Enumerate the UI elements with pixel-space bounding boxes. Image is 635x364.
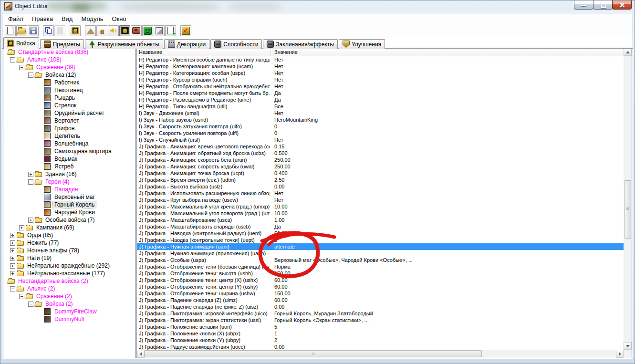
tree-item[interactable]: Нейтрально-враждебные (292) bbox=[3, 262, 135, 270]
property-row[interactable]: J) Графика - Круг выбора на воде (usew)Н… bbox=[137, 197, 624, 203]
tree-item[interactable]: Нежить (77) bbox=[3, 239, 135, 247]
tree-item[interactable]: Грифон bbox=[3, 125, 135, 132]
object-editor-button[interactable] bbox=[119, 25, 130, 36]
tree-item[interactable]: Альянс (2) bbox=[3, 285, 135, 292]
trigger-editor-button[interactable]: a bbox=[96, 25, 107, 36]
property-row[interactable]: J) Графика - Высота выбора (uslz)0.00 bbox=[137, 183, 624, 190]
property-row[interactable]: J) Графика - Особые (uspa)Верховный маг … bbox=[137, 257, 624, 263]
tab-buffs[interactable]: Заклинания/эффекты bbox=[263, 39, 338, 49]
tree-item[interactable]: Пехотинец bbox=[3, 86, 135, 94]
property-row[interactable]: H) Редактор - Категоризация: особая (usp… bbox=[137, 70, 624, 76]
tree-item[interactable]: Целитель bbox=[3, 132, 135, 140]
tree-item[interactable]: Самоходная мортира bbox=[3, 147, 135, 155]
property-row[interactable]: J) Графика - Отображение тени: ширина (u… bbox=[137, 290, 624, 297]
collapse-icon[interactable] bbox=[10, 57, 15, 62]
property-row[interactable]: J) Графика - Анимация: точка броска (ucp… bbox=[137, 170, 624, 177]
property-row[interactable]: H) Редактор - Отображать как нейтрально-… bbox=[137, 83, 624, 90]
property-row[interactable]: J) Графика - Положение кнопки (Y) (ubpy)… bbox=[137, 337, 624, 343]
tab-destructibles[interactable]: Разрушаемые объекты bbox=[85, 39, 163, 49]
open-map-button[interactable] bbox=[16, 25, 27, 36]
expand-icon[interactable] bbox=[28, 172, 33, 177]
collapse-icon[interactable] bbox=[19, 294, 24, 299]
collapse-icon[interactable] bbox=[28, 302, 33, 307]
object-manager-button[interactable] bbox=[154, 25, 165, 36]
expand-icon[interactable] bbox=[10, 263, 15, 269]
expand-icon[interactable] bbox=[10, 256, 15, 261]
new-map-button[interactable] bbox=[5, 25, 16, 36]
property-row[interactable]: J) Графика - Нужная анимация (приложения… bbox=[137, 250, 624, 257]
menu-item-module[interactable]: Модуль bbox=[77, 14, 107, 24]
property-row[interactable]: J) Графика - Наводка (контрольный радиус… bbox=[137, 230, 624, 237]
tree-item[interactable]: DummyFireClaw bbox=[3, 308, 135, 315]
property-row[interactable]: J) Графика - Анимация: скорость ходьбы (… bbox=[137, 163, 624, 170]
property-row[interactable]: J) Графика - Максимальный угол поворота … bbox=[137, 210, 624, 217]
tree-item[interactable]: Стандартные войска (836) bbox=[3, 48, 135, 56]
collapse-icon[interactable] bbox=[28, 73, 33, 78]
menu-item-edit[interactable]: Правка bbox=[28, 14, 57, 24]
column-header-value[interactable]: Значение bbox=[271, 48, 632, 56]
tab-abilities[interactable]: Способности bbox=[210, 39, 262, 49]
property-row[interactable]: I) Звук - Движение (umsl)Нет bbox=[137, 110, 624, 116]
property-row[interactable]: J) Графика - Радиус взаимодействия (uocc… bbox=[137, 343, 624, 350]
test-map-button[interactable]: ✓ bbox=[180, 25, 191, 36]
property-row[interactable]: J) Графика - Нужная анимация (uani)alter… bbox=[137, 243, 624, 250]
horizontal-scrollbar[interactable] bbox=[137, 350, 624, 358]
property-row[interactable]: I) Звук - Набор звуков (usnd)HeroMountai… bbox=[137, 116, 624, 123]
tree-item[interactable]: Верховный маг bbox=[3, 193, 135, 201]
expand-icon[interactable] bbox=[10, 248, 15, 253]
tree-item[interactable]: Орда (85) bbox=[3, 231, 135, 239]
menu-item-window[interactable]: Окно bbox=[108, 14, 131, 24]
tree-item[interactable]: Рыцарь bbox=[3, 94, 135, 102]
tree-item[interactable]: Войска (2) bbox=[3, 300, 135, 308]
scroll-up-button[interactable] bbox=[624, 48, 632, 56]
tree-item[interactable]: Ночные эльфы (78) bbox=[3, 247, 135, 254]
collapse-icon[interactable] bbox=[28, 179, 33, 185]
property-row[interactable]: J) Графика - Анимация: время цветового п… bbox=[137, 143, 624, 150]
tree-item[interactable]: Работник bbox=[3, 79, 135, 86]
property-row[interactable]: I) Звук - Скорость усиления повтора (ulf… bbox=[137, 130, 624, 136]
tab-upgrades[interactable]: Улучшения bbox=[339, 39, 385, 49]
expand-icon[interactable] bbox=[19, 225, 24, 230]
tree-item[interactable]: Сражение (2) bbox=[3, 292, 135, 300]
tree-item[interactable]: Войска (12) bbox=[3, 71, 135, 79]
column-header-name[interactable]: Название bbox=[137, 48, 271, 56]
collapse-icon[interactable] bbox=[10, 286, 15, 291]
property-row[interactable]: J) Графика - Отображение тени: центр (Y)… bbox=[137, 283, 624, 290]
property-row[interactable]: J) Графика - Отображение тени (боевая ед… bbox=[137, 263, 624, 270]
tree-item[interactable]: Стрелок bbox=[3, 102, 135, 109]
tab-units[interactable]: Войска bbox=[3, 37, 39, 49]
campaign-editor-button[interactable] bbox=[131, 25, 142, 36]
expand-icon[interactable] bbox=[10, 240, 15, 246]
property-row[interactable]: J) Графика - Время смерти (сек.) (udtm)2… bbox=[137, 177, 624, 183]
property-row[interactable]: J) Графика - Масштабировать снаряды (usc… bbox=[137, 223, 624, 230]
vertical-scrollbar[interactable] bbox=[624, 48, 632, 350]
minimize-button[interactable] bbox=[574, 0, 593, 10]
tree-item[interactable]: Волшебница bbox=[3, 140, 135, 147]
tree-item[interactable]: Вертолет bbox=[3, 117, 135, 125]
property-row[interactable]: J) Графика - Использовать расширенную ли… bbox=[137, 190, 624, 197]
save-map-button[interactable] bbox=[28, 25, 39, 36]
vertical-scroll-thumb[interactable] bbox=[624, 180, 631, 239]
property-row[interactable]: J) Графика - Пиктограмма: игровой интерф… bbox=[137, 310, 624, 317]
menu-item-file[interactable]: Файл bbox=[4, 14, 28, 24]
property-row[interactable]: I) Звук - Случайный (ursl)Нет bbox=[137, 136, 624, 143]
property-row[interactable]: H) Редактор - Размещаемо в Редакторе (ui… bbox=[137, 96, 624, 103]
tree-item[interactable]: Герои (4) bbox=[3, 178, 135, 186]
property-row[interactable]: J) Графика - Наодка (контрольные точки) … bbox=[137, 237, 624, 243]
tree-item[interactable]: Орудийный расчет bbox=[3, 109, 135, 117]
unit-tree-panel[interactable]: Стандартные войска (836)Альянс (108)Сраж… bbox=[3, 48, 136, 358]
import-manager-button[interactable] bbox=[165, 25, 176, 36]
property-row[interactable]: J) Графика - Отображение тени: высота (u… bbox=[137, 270, 624, 277]
tree-item[interactable]: DummyNull bbox=[3, 315, 135, 323]
tree-item[interactable]: Кампания (69) bbox=[3, 224, 135, 231]
tree-item[interactable]: Ведьмак bbox=[3, 155, 135, 163]
property-row[interactable]: H) Редактор - Курсор справки (uuch)Нет bbox=[137, 76, 624, 83]
sound-editor-button[interactable] bbox=[108, 25, 119, 36]
new-unit-button[interactable] bbox=[70, 25, 81, 36]
property-row[interactable]: J) Графика - Максимальный угол крена (гр… bbox=[137, 203, 624, 210]
tree-item[interactable]: Горный Король bbox=[3, 201, 135, 208]
ai-editor-button[interactable] bbox=[142, 25, 153, 36]
expand-icon[interactable] bbox=[10, 271, 15, 276]
maximize-button[interactable] bbox=[593, 0, 613, 10]
copy-button[interactable] bbox=[43, 25, 54, 36]
